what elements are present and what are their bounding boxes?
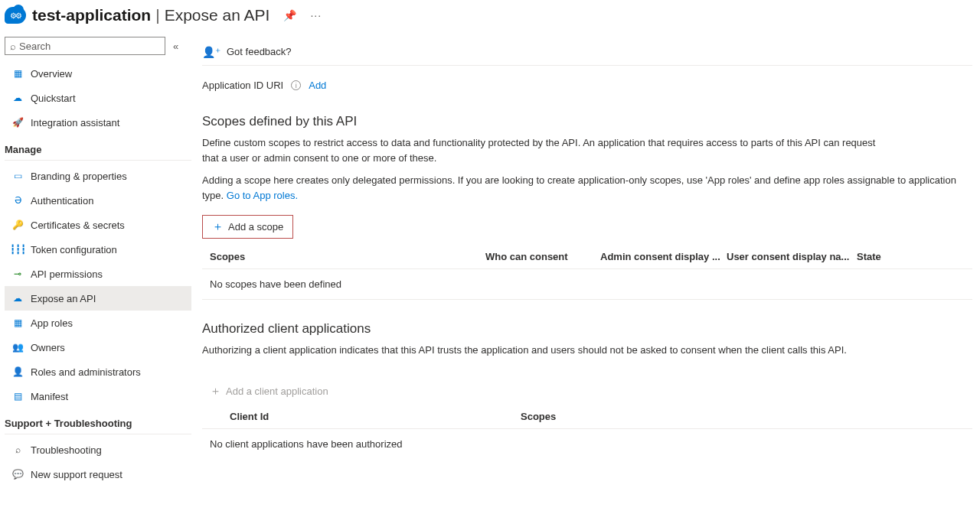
sidebar-item-manifest[interactable]: ▤Manifest — [5, 384, 191, 408]
nav-icon: ▤ — [11, 391, 24, 402]
nav-icon: ▭ — [11, 171, 24, 181]
sidebar-item-quickstart[interactable]: ☁Quickstart — [5, 86, 191, 110]
clients-empty: No client applications have been authori… — [210, 438, 403, 450]
section-support: Support + Troubleshooting — [5, 412, 191, 434]
search-icon: ⌕ — [10, 41, 16, 52]
sidebar-item-label: Troubleshooting — [31, 444, 102, 456]
page-header: ⚙⚙ test-application | Expose an API 📌 ··… — [0, 0, 980, 34]
feedback-bar[interactable]: 👤⁺ Got feedback? — [202, 38, 972, 66]
sidebar: ⌕ « ▦Overview☁Quickstart🚀Integration ass… — [0, 34, 191, 486]
feedback-label: Got feedback? — [227, 46, 292, 57]
sidebar-item-api-permissions[interactable]: ⊸API permissions — [5, 262, 191, 286]
sidebar-item-label: Owners — [31, 342, 65, 353]
sidebar-item-label: Certificates & secrets — [31, 220, 125, 231]
scopes-empty: No scopes have been defined — [210, 278, 341, 290]
plus-icon: ＋ — [210, 384, 221, 399]
sidebar-item-label: Integration assistant — [31, 117, 119, 128]
search-input[interactable] — [19, 41, 160, 52]
sidebar-item-label: API permissions — [31, 268, 103, 280]
sidebar-item-roles-and-administrators[interactable]: 👤Roles and administrators — [5, 359, 191, 384]
go-to-app-roles-link[interactable]: Go to App roles. — [227, 190, 298, 201]
col-admin: Admin consent display ... — [600, 251, 727, 262]
sidebar-item-authentication[interactable]: ӘAuthentication — [5, 188, 191, 213]
add-client-button[interactable]: ＋ Add a client application — [202, 378, 336, 405]
pin-icon[interactable]: 📌 — [283, 9, 296, 21]
nav-icon: 👥 — [11, 342, 24, 353]
sidebar-item-label: Authentication — [31, 195, 93, 207]
col-user: User consent display na... — [727, 251, 857, 262]
nav-icon: ⌕ — [11, 444, 24, 455]
nav-icon: Ә — [11, 195, 24, 206]
nav-icon: ☁ — [11, 293, 24, 304]
nav-icon: ⊸ — [11, 268, 24, 279]
sidebar-item-label: App roles — [31, 317, 73, 329]
app-cloud-icon: ⚙⚙ — [5, 7, 26, 24]
nav-icon: ▦ — [11, 68, 24, 79]
col-client-id: Client Id — [230, 411, 521, 422]
section-manage: Manage — [5, 138, 191, 161]
col-state: State — [857, 251, 965, 262]
sidebar-item-token-configuration[interactable]: ┇┇┇Token configuration — [5, 237, 191, 262]
sidebar-item-label: Token configuration — [31, 244, 117, 255]
clients-title: Authorized client applications — [202, 321, 972, 337]
main-content: 👤⁺ Got feedback? Application ID URI i Ad… — [191, 34, 980, 486]
nav-icon: 👤 — [11, 366, 24, 377]
add-scope-button[interactable]: ＋ Add a scope — [202, 215, 293, 239]
sidebar-item-new-support-request[interactable]: 💬New support request — [5, 462, 191, 486]
search-box[interactable]: ⌕ — [5, 37, 165, 55]
app-name: test-application — [32, 6, 151, 24]
app-id-uri-label: Application ID URI — [202, 80, 283, 91]
sidebar-item-expose-an-api[interactable]: ☁Expose an API — [5, 286, 191, 311]
nav-icon: ┇┇┇ — [11, 244, 24, 255]
add-app-id-uri-link[interactable]: Add — [309, 80, 326, 91]
nav-icon: ☁ — [11, 93, 24, 103]
sidebar-item-label: Branding & properties — [31, 171, 127, 182]
plus-icon: ＋ — [212, 220, 224, 234]
nav-icon: 🔑 — [11, 220, 24, 230]
col-who: Who can consent — [485, 251, 600, 262]
nav-icon: ▦ — [11, 317, 24, 328]
sidebar-item-label: Expose an API — [31, 293, 96, 304]
feedback-icon: 👤⁺ — [202, 46, 220, 58]
sidebar-item-app-roles[interactable]: ▦App roles — [5, 311, 191, 335]
sidebar-item-label: Roles and administrators — [31, 366, 141, 378]
title-separator: | — [151, 6, 164, 24]
sidebar-item-troubleshooting[interactable]: ⌕Troubleshooting — [5, 438, 191, 462]
sidebar-item-certificates-secrets[interactable]: 🔑Certificates & secrets — [5, 213, 191, 237]
sidebar-item-label: Quickstart — [31, 93, 76, 104]
col-scopes: Scopes — [210, 251, 485, 262]
sidebar-item-label: Manifest — [31, 391, 68, 402]
nav-icon: 🚀 — [11, 117, 24, 128]
sidebar-item-branding-properties[interactable]: ▭Branding & properties — [5, 164, 191, 188]
scopes-desc-1: Define custom scopes to restrict access … — [202, 135, 884, 165]
sidebar-item-integration-assistant[interactable]: 🚀Integration assistant — [5, 110, 191, 135]
sidebar-item-label: Overview — [31, 68, 72, 80]
page-title: Expose an API — [165, 6, 270, 24]
nav-icon: 💬 — [11, 469, 24, 480]
info-icon[interactable]: i — [291, 80, 301, 90]
collapse-sidebar-icon[interactable]: « — [173, 41, 178, 52]
more-icon[interactable]: ··· — [310, 9, 322, 21]
col-client-scopes: Scopes — [521, 411, 965, 422]
sidebar-item-label: New support request — [31, 469, 122, 480]
scopes-desc-2: Adding a scope here creates only delegat… — [202, 173, 972, 203]
clients-desc: Authorizing a client application indicat… — [202, 343, 884, 358]
sidebar-item-owners[interactable]: 👥Owners — [5, 335, 191, 359]
scopes-title: Scopes defined by this API — [202, 114, 972, 129]
sidebar-item-overview[interactable]: ▦Overview — [5, 61, 191, 86]
